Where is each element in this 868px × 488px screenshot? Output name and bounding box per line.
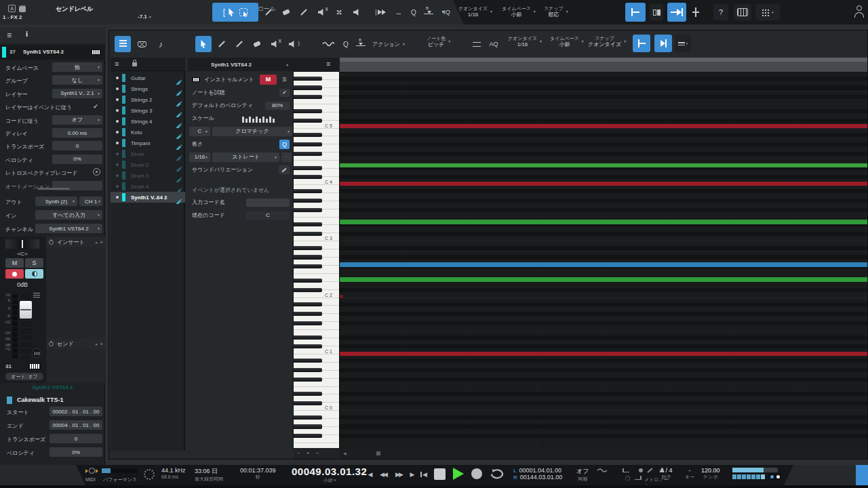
- event-param-field[interactable]: 0%: [50, 447, 102, 457]
- black-key[interactable]: [294, 368, 322, 372]
- black-key[interactable]: [294, 175, 322, 179]
- editor-timebase-dropdown[interactable]: タイムベース小節 ▼: [550, 35, 585, 47]
- midi-note[interactable]: [340, 352, 867, 357]
- tab-info[interactable]: i: [26, 30, 28, 38]
- user-account-button[interactable]: [852, 4, 867, 20]
- position-display[interactable]: 00049.03.01.32: [292, 466, 367, 477]
- autoquantize-button[interactable]: AQ: [486, 36, 501, 52]
- event-param-field[interactable]: 00002 . 01 . 01 . 00: [50, 407, 102, 416]
- track-active-dot[interactable]: [116, 109, 119, 112]
- io-dropdown[interactable]: すべての入力▼: [35, 210, 102, 220]
- midi-note[interactable]: [340, 277, 867, 282]
- length-mode-dropdown[interactable]: ストレート▼: [212, 152, 279, 162]
- arrow-tool-button[interactable]: [195, 36, 212, 52]
- add-insert-button[interactable]: +: [100, 239, 103, 245]
- mute-tool-button[interactable]: x: [267, 36, 282, 52]
- black-key[interactable]: [294, 255, 322, 259]
- black-key[interactable]: [294, 208, 322, 212]
- param-field[interactable]: 0.00 ms: [52, 128, 102, 138]
- track-edit-pencil-icon[interactable]: [176, 173, 182, 179]
- track-edit-pencil-icon[interactable]: [176, 151, 182, 157]
- track-row[interactable]: Strings 2: [111, 94, 185, 105]
- scroll-left-icon[interactable]: ◀: [343, 451, 347, 455]
- param-dropdown[interactable]: オフ▼: [52, 115, 102, 125]
- workspace-button[interactable]: ▾: [755, 4, 780, 20]
- io-dropdown[interactable]: Synth1 VST64 2▼: [35, 224, 102, 233]
- listen-tool-button[interactable]: ): [285, 36, 300, 52]
- param-dropdown[interactable]: なし▼: [52, 75, 102, 85]
- zoom-wave-icon[interactable]: ~: [297, 451, 300, 455]
- power-icon[interactable]: [49, 342, 54, 346]
- iq-indicator[interactable]: IQ: [439, 5, 454, 19]
- loop-button[interactable]: [488, 468, 507, 483]
- timestretch-button[interactable]: ↔: [392, 5, 406, 19]
- record-arm-button[interactable]: [5, 269, 24, 279]
- track-active-dot[interactable]: [116, 142, 119, 144]
- return-to-start-button[interactable]: ◀: [418, 469, 429, 480]
- marquee-select-icon[interactable]: [239, 8, 248, 16]
- snap-dropdown[interactable]: スナップ順応 ▼: [544, 5, 569, 18]
- hamburger-menu-icon[interactable]: ≡: [115, 60, 119, 68]
- track-edit-pencil-icon[interactable]: [176, 75, 182, 81]
- note-canvas[interactable]: [340, 73, 867, 448]
- mute-button[interactable]: M: [5, 258, 24, 268]
- black-key[interactable]: [294, 189, 322, 193]
- track-active-dot[interactable]: [116, 185, 119, 188]
- midi-note[interactable]: [340, 262, 867, 267]
- midi-note[interactable]: [340, 295, 343, 298]
- track-active-dot[interactable]: [116, 120, 119, 123]
- fader-handle[interactable]: [20, 301, 32, 319]
- snap-toggle-button[interactable]: [625, 3, 646, 22]
- loop-right-value[interactable]: 00144.03.01.00: [520, 474, 563, 481]
- fader-menu-icon[interactable]: [33, 293, 40, 298]
- automation-mode-button[interactable]: オート: オフ: [5, 373, 43, 380]
- chevron-down-icon[interactable]: ▾: [96, 241, 98, 245]
- black-key[interactable]: [294, 199, 322, 203]
- track-row[interactable]: Guitar: [111, 73, 185, 83]
- black-key[interactable]: [294, 119, 322, 123]
- input-chord-field[interactable]: [246, 199, 290, 207]
- solo-button[interactable]: S: [25, 258, 43, 268]
- black-key[interactable]: [294, 133, 322, 137]
- play-button[interactable]: [453, 468, 464, 480]
- track-row[interactable]: Synth1 V..64 2: [111, 192, 185, 203]
- performance-meter[interactable]: [102, 468, 137, 473]
- track-row[interactable]: Koto: [111, 127, 185, 138]
- length-value-dropdown[interactable]: 1/16▼: [189, 152, 210, 162]
- humanize-button[interactable]: [470, 36, 484, 52]
- black-key[interactable]: [294, 264, 322, 268]
- length-quantize-button[interactable]: Q: [279, 140, 290, 149]
- curve-button[interactable]: [319, 36, 337, 52]
- length-dot-button[interactable]: ·: [281, 152, 292, 162]
- track-active-dot[interactable]: [116, 163, 119, 166]
- fast-forward-button[interactable]: ▶▶: [392, 469, 406, 480]
- rewind-button[interactable]: ◀◀: [376, 469, 390, 480]
- gain-value[interactable]: 0dB: [5, 281, 39, 288]
- param-field[interactable]: 0%: [52, 155, 102, 164]
- mute-tool-button[interactable]: x: [315, 5, 328, 19]
- midi-note[interactable]: [340, 182, 867, 186]
- track-edit-pencil-icon[interactable]: [176, 184, 182, 190]
- track-edit-pencil-icon[interactable]: [176, 129, 182, 136]
- black-key[interactable]: [294, 85, 322, 89]
- play-from-selection-button[interactable]: |: [373, 5, 388, 19]
- scale-mini-display[interactable]: [242, 115, 285, 123]
- midi-note[interactable]: [340, 163, 867, 168]
- monitor-button[interactable]: [25, 269, 43, 279]
- split-tool-button[interactable]: ✣: [332, 5, 346, 19]
- track-edit-pencil-icon[interactable]: [176, 162, 182, 168]
- piano-keyboard[interactable]: C 5C 4C 3C 2C 1C 0: [294, 72, 340, 448]
- track-active-dot[interactable]: [116, 152, 119, 155]
- track-row[interactable]: Strings: [111, 83, 185, 94]
- line-tool-button[interactable]: [232, 36, 247, 52]
- track-edit-pencil-icon[interactable]: [176, 108, 182, 114]
- pan-slider[interactable]: [5, 239, 39, 249]
- scale-root-dropdown[interactable]: C▼: [189, 127, 210, 136]
- hamburger-menu-icon[interactable]: ≡: [7, 30, 12, 40]
- insert-list[interactable]: [46, 247, 106, 338]
- black-key[interactable]: [294, 392, 322, 396]
- record-button[interactable]: [471, 468, 482, 479]
- autoscroll-button[interactable]: [654, 35, 672, 52]
- line-tool-button[interactable]: [297, 5, 311, 19]
- track-header[interactable]: 37 Synth1 VST64 2: [0, 45, 105, 60]
